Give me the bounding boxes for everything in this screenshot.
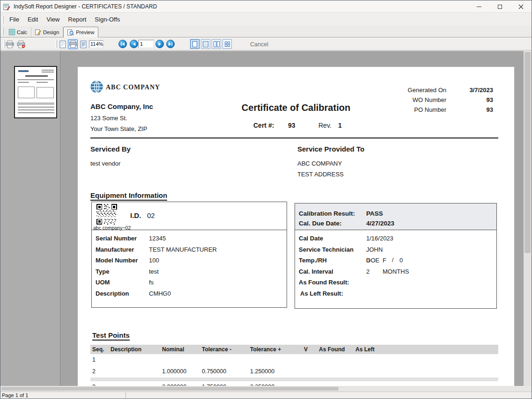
view-whole-page-button[interactable] (190, 39, 200, 49)
test-points-table: Seq. Description Nominal Tolerance - Tol… (90, 345, 498, 386)
equipment-box: I.D. 02 abc company~02 Serial Number1234… (91, 202, 287, 308)
tab-label: Design (43, 29, 59, 35)
print-preview-icon (69, 41, 77, 48)
menu-view[interactable]: View (42, 15, 64, 24)
two-pages-icon (217, 41, 220, 47)
field-label: Service Technician (299, 244, 366, 255)
company-logo-text: ABC COMPANY (106, 84, 160, 91)
field-value: TEST MANUFACTURER (149, 246, 217, 253)
cell (248, 354, 302, 366)
cell: 2 (90, 366, 109, 377)
toolbar-grip[interactable] (2, 28, 4, 35)
thumb-sketch (18, 87, 35, 98)
horizontal-scrollbar[interactable] (0, 386, 532, 392)
maximize-button[interactable] (489, 0, 510, 13)
cancel-button[interactable]: Cancel (250, 41, 268, 48)
app-window: IndySoft Report Designer - CERTIFICATES … (0, 0, 532, 399)
equipment-field-row: UOMfs (92, 277, 287, 288)
tab-label: Calc (17, 29, 27, 35)
calibration-field-row: Cal Date1/16/2023 (295, 233, 496, 244)
tab-preview[interactable]: Preview (63, 27, 98, 37)
last-page-button[interactable] (166, 40, 175, 48)
qr-caption: abc company~02 (93, 225, 131, 231)
column-header: As Left (354, 345, 498, 354)
multiple-pages-icon (225, 42, 230, 47)
cell: 2.000000 (160, 381, 200, 386)
window-title: IndySoft Report Designer - CERTIFICATES … (14, 3, 157, 10)
next-page-button[interactable] (155, 40, 164, 48)
table-row: 3 2.000000 1.750000 2.250000 (90, 381, 498, 386)
close-button[interactable] (510, 0, 532, 13)
calibration-header-row: Cal. Due Date:4/27/2023 (295, 218, 496, 228)
field-label: Type (96, 266, 149, 277)
first-page-icon (120, 42, 125, 46)
menu-edit[interactable]: Edit (23, 15, 42, 24)
company-address-1: 123 Some St. (90, 115, 127, 122)
field-sep: / (392, 255, 399, 266)
column-header: As Found (317, 345, 354, 354)
tab-bar: Calc Design Preview (0, 26, 532, 37)
page-icon (59, 41, 66, 48)
toolbar-grip[interactable] (2, 16, 4, 23)
tab-design[interactable]: Design (31, 27, 63, 37)
print-preview-button[interactable] (68, 39, 78, 49)
field-label: Serial Number (96, 233, 149, 244)
print-button[interactable] (5, 39, 15, 49)
calibration-field-row: As Found Result: (295, 277, 496, 288)
page-thumbnail[interactable] (14, 66, 57, 118)
print-setup-button[interactable] (16, 39, 26, 49)
cell (317, 381, 354, 386)
field-value: 12345 (149, 235, 166, 242)
minimize-button[interactable] (468, 0, 489, 13)
cell (109, 366, 160, 377)
page-setup-button[interactable] (58, 39, 67, 49)
field-label: Calibration Result: (299, 209, 366, 218)
printer-icon (6, 41, 14, 48)
field-value-3: 0 (399, 257, 403, 264)
zoom-level[interactable]: 114% (89, 40, 103, 48)
equipment-information-heading: Equipment Information (90, 191, 167, 201)
thumb-sketch (18, 70, 29, 72)
tab-calc[interactable]: Calc (5, 27, 31, 37)
menu-bar: File Edit View Report Sign-Offs (0, 13, 532, 26)
view-multiple-pages-button[interactable] (222, 39, 232, 49)
menu-sign-offs[interactable]: Sign-Offs (90, 15, 124, 24)
field-value: CMHG0 (149, 290, 171, 297)
company-address-2: Your Town State, ZIP (90, 125, 147, 132)
view-two-pages-button[interactable] (212, 39, 221, 49)
cell (317, 354, 354, 366)
equipment-id-header: I.D. 02 abc company~02 (92, 202, 287, 230)
page-text-button[interactable] (78, 39, 88, 49)
field-value-2: F (383, 255, 392, 266)
serviced-by-value: test vendor (90, 160, 120, 167)
cell: 0.750000 (200, 366, 248, 377)
menu-file[interactable]: File (5, 15, 23, 24)
field-value: 0 (366, 255, 383, 266)
document-title: Certificate of Calibration (78, 102, 514, 113)
calc-icon (9, 29, 15, 35)
cell (302, 381, 317, 386)
thumb-sketch (17, 80, 54, 80)
certificate-page: ABC COMPANY Generated On 3/7/2023 WO Num… (78, 67, 514, 386)
divider-line (90, 138, 498, 138)
menu-report[interactable]: Report (64, 15, 90, 24)
previous-page-button[interactable] (130, 40, 138, 48)
two-pages-icon (214, 41, 216, 47)
field-label: Cal. Due Date: (299, 218, 366, 228)
column-header: Tolerance - (200, 345, 248, 354)
cell: 3 (90, 381, 109, 386)
vertical-scrollbar[interactable] (524, 51, 532, 386)
thumb-sketch (37, 82, 48, 83)
vertical-scrollbar-thumb[interactable] (525, 52, 531, 253)
page-number-input[interactable] (138, 40, 154, 48)
field-label: Description (96, 288, 149, 299)
field-label: Cal. Interval (299, 266, 366, 277)
page-text-icon (80, 41, 87, 48)
view-page-width-button[interactable] (201, 39, 210, 49)
field-value: 1/16/2023 (366, 233, 383, 244)
toolbar-grip[interactable] (55, 40, 57, 48)
thumb-sketch (42, 70, 54, 71)
first-page-button[interactable] (118, 40, 127, 48)
preview-canvas[interactable]: ABC COMPANY Generated On 3/7/2023 WO Num… (61, 51, 532, 386)
horizontal-scrollbar-thumb[interactable] (1, 387, 339, 391)
